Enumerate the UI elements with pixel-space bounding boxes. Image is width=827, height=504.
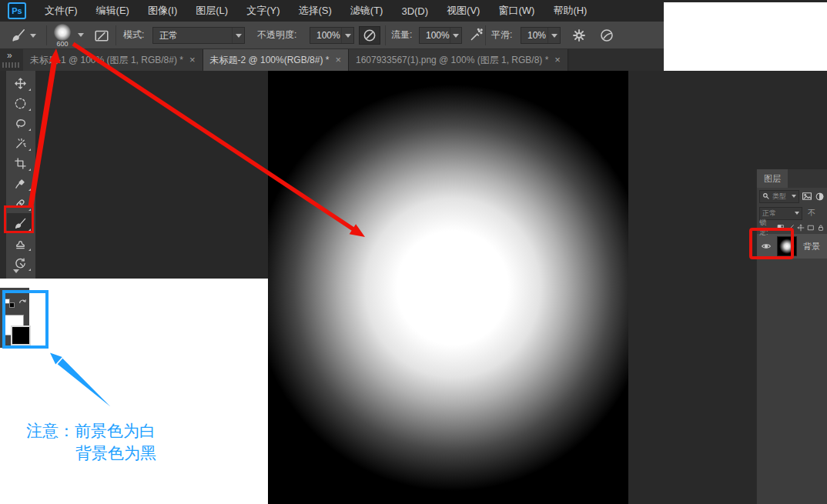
close-icon[interactable]: × xyxy=(189,55,196,65)
layers-tab[interactable]: 图层 xyxy=(757,169,788,188)
image-icon xyxy=(802,191,812,202)
menu-item-filter[interactable]: 滤镜(T) xyxy=(350,4,383,18)
airbrush-button[interactable] xyxy=(465,26,487,45)
menu-item-type[interactable]: 文字(Y) xyxy=(246,4,280,18)
search-icon xyxy=(762,192,770,200)
filter-pixel-layers-button[interactable] xyxy=(802,191,812,202)
mode-label: 模式: xyxy=(123,22,144,48)
layers-panel-tab-row: 图层 xyxy=(757,169,827,188)
menu-item-window[interactable]: 窗口(W) xyxy=(498,4,534,18)
tab-untitled-1[interactable]: 未标题-1 @ 100% (图层 1, RGB/8#) * × xyxy=(23,49,203,71)
soft-brush-stroke xyxy=(268,71,628,504)
chevron-down-icon xyxy=(345,34,351,38)
note-line1: 注意：前景色为白 xyxy=(26,419,156,442)
photoshop-tutorial-screenshot: Ps 文件(F) 编辑(E) 图像(I) 图层(L) 文字(Y) 选择(S) 滤… xyxy=(0,0,827,504)
layer-opacity-label-truncated: 不 xyxy=(808,208,815,219)
flow-label: 流量: xyxy=(391,22,412,48)
pressure-opacity-button[interactable] xyxy=(359,26,380,45)
menu-item-layer[interactable]: 图层(L) xyxy=(196,4,228,18)
menu-item-image[interactable]: 图像(I) xyxy=(148,4,177,18)
menu-item-help[interactable]: 帮助(H) xyxy=(553,4,587,18)
menu-item-3d[interactable]: 3D(D) xyxy=(401,5,428,17)
tool-magic-wand[interactable] xyxy=(7,133,33,153)
layer-thumbnail[interactable] xyxy=(777,236,797,256)
lock-artboard-button[interactable] xyxy=(807,224,815,232)
history-brush-icon xyxy=(14,257,27,270)
tool-eyedropper[interactable] xyxy=(7,173,33,193)
lock-transparency-button[interactable] xyxy=(777,224,785,232)
tool-clone-stamp[interactable] xyxy=(7,233,33,253)
toolbox-dock-header: » xyxy=(0,49,23,71)
default-colors-icon[interactable] xyxy=(9,302,15,308)
flow-select[interactable]: 100% xyxy=(419,27,462,44)
adjustment-half-circle-icon xyxy=(815,192,825,202)
dock-grip-handle[interactable] xyxy=(2,62,19,68)
chevron-down-icon xyxy=(78,33,84,37)
tool-history-brush[interactable] xyxy=(7,253,33,273)
visibility-eye-icon[interactable] xyxy=(761,242,772,251)
layers-filter-row: 类型 xyxy=(757,188,827,205)
background-white-top-right xyxy=(664,0,827,71)
layers-lock-row: 锁定: xyxy=(757,222,827,234)
separator xyxy=(385,25,386,45)
tool-crop[interactable] xyxy=(7,153,33,173)
lock-all-button[interactable] xyxy=(817,224,825,232)
layer-filter-select[interactable]: 类型 xyxy=(759,190,799,203)
tool-preset-picker[interactable] xyxy=(8,26,39,45)
menu-item-select[interactable]: 选择(S) xyxy=(298,4,331,18)
tool-lasso[interactable] xyxy=(7,113,33,133)
lock-pixels-button[interactable] xyxy=(787,224,795,232)
smoothing-options-button[interactable] xyxy=(568,26,590,45)
chevron-down-icon xyxy=(551,34,557,38)
pressure-size-button[interactable] xyxy=(596,26,618,45)
foreground-background-control xyxy=(0,288,29,348)
close-icon[interactable]: × xyxy=(554,55,561,65)
background-color-swatch[interactable] xyxy=(11,325,31,345)
pen-pressure-size-icon xyxy=(599,28,614,43)
opacity-label: 不透明度: xyxy=(257,22,296,48)
tab-title: 未标题-2 @ 100%(RGB/8#) * xyxy=(210,54,330,67)
lock-icon xyxy=(817,224,825,232)
chevron-down-icon xyxy=(795,212,799,215)
frame-icon xyxy=(807,224,815,232)
document-tabs: 未标题-1 @ 100% (图层 1, RGB/8#) * × 未标题-2 @ … xyxy=(23,49,568,71)
collapse-toolbox-icon[interactable]: » xyxy=(7,50,12,61)
menu-item-view[interactable]: 视图(V) xyxy=(447,4,480,18)
tab-png-document[interactable]: 1607933567(1).png @ 100% (图层 1, RGB/8) *… xyxy=(349,49,568,71)
default-colors-icon[interactable] xyxy=(5,299,10,304)
lock-position-button[interactable] xyxy=(797,224,805,232)
close-icon[interactable]: × xyxy=(335,55,341,65)
opacity-select[interactable]: 100% xyxy=(310,27,354,44)
canvas[interactable] xyxy=(268,71,628,504)
swap-colors-icon[interactable] xyxy=(16,296,28,308)
chevron-down-icon xyxy=(30,34,36,38)
document-tab-bar: » 未标题-1 @ 100% (图层 1, RGB/8#) * × 未标题-2 … xyxy=(0,49,664,71)
layers-panel: 图层 类型 xyxy=(756,169,827,504)
tab-untitled-2[interactable]: 未标题-2 @ 100%(RGB/8#) * × xyxy=(203,49,350,71)
annotation-note: 注意：前景色为白 背景色为黑 xyxy=(26,419,156,464)
pen-pressure-opacity-icon xyxy=(362,28,377,43)
tool-brush[interactable] xyxy=(7,213,33,233)
filter-adjustment-layers-button[interactable] xyxy=(815,192,825,202)
smoothing-select[interactable]: 10% xyxy=(521,27,561,44)
elliptical-marquee-icon xyxy=(14,97,27,110)
crop-icon xyxy=(14,157,27,170)
toolbox-more-indicator[interactable] xyxy=(13,269,19,273)
menu-item-file[interactable]: 文件(F) xyxy=(45,4,78,18)
flow-value: 100% xyxy=(426,30,450,41)
note-line2: 背景色为黑 xyxy=(75,442,156,464)
ps-logo: Ps xyxy=(8,2,26,19)
tool-marquee[interactable] xyxy=(7,93,33,113)
tab-title: 未标题-1 @ 100% (图层 1, RGB/8#) * xyxy=(30,54,183,67)
menu-item-edit[interactable]: 编辑(E) xyxy=(96,4,129,18)
gear-icon xyxy=(572,28,586,42)
separator xyxy=(116,25,116,45)
toolbox-dock xyxy=(0,71,35,279)
background-white-bottom-left xyxy=(0,279,268,504)
tool-move[interactable] xyxy=(7,73,33,93)
tool-healing-brush[interactable] xyxy=(7,193,33,213)
brush-size-value: 600 xyxy=(48,40,77,48)
lasso-icon xyxy=(14,117,27,130)
toggle-brush-settings-button[interactable] xyxy=(91,26,112,45)
blend-mode-select[interactable]: 正常 xyxy=(152,27,245,44)
